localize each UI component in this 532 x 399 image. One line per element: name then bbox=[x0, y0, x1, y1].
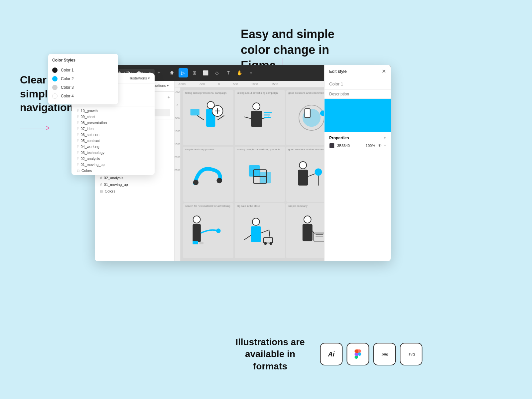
figma-icon-svg bbox=[353, 349, 362, 359]
illus-svg-6 bbox=[237, 155, 283, 194]
color-dot-2 bbox=[52, 76, 58, 81]
lp-layer-08-presentation[interactable]: #08_presentation bbox=[71, 120, 155, 126]
lp-layer-colors[interactable]: ⊡Colors bbox=[71, 168, 155, 174]
svg-point-57 bbox=[304, 216, 311, 223]
bottom-section: Illustrations are available in formats A… bbox=[227, 336, 422, 372]
svg-rect-6 bbox=[190, 109, 199, 115]
illus-cell-5: simple next step process bbox=[183, 147, 233, 202]
lp-illustrations-dropdown[interactable]: Illustrations ▾ bbox=[126, 73, 152, 83]
lp-layer-02-analysis[interactable]: #02_analysis bbox=[71, 156, 155, 162]
color-style-item-3[interactable]: Color 3 bbox=[52, 83, 114, 92]
format-png-icon: .png bbox=[373, 343, 396, 365]
svg-point-54 bbox=[269, 242, 272, 245]
style-description-input[interactable] bbox=[325, 90, 391, 99]
color-style-item-1[interactable]: Color 1 bbox=[52, 66, 114, 74]
svg-rect-10 bbox=[251, 111, 262, 127]
lp-layer-10-growth[interactable]: #10_growth bbox=[71, 108, 155, 114]
pen-tool[interactable]: ◇ bbox=[212, 68, 222, 77]
lp-layer-09-chart[interactable]: #09_chart bbox=[71, 114, 155, 120]
illus-svg-1 bbox=[186, 98, 231, 137]
illus-svg-2 bbox=[237, 98, 283, 137]
illus-svg-10 bbox=[237, 211, 283, 250]
lp-layers-list: #10_growth #09_chart #08_presentation #0… bbox=[71, 106, 155, 175]
color-styles-title: Color Styles bbox=[52, 58, 114, 63]
color-name-3: Color 3 bbox=[61, 85, 74, 90]
illus-cell-9: search for new material for advertising bbox=[183, 203, 233, 258]
hand-tool[interactable]: ✋ bbox=[235, 68, 244, 77]
color-hex-value: 3B3640 bbox=[337, 144, 363, 148]
eye-icon[interactable]: 👁 bbox=[378, 143, 382, 148]
properties-title: Properties bbox=[329, 136, 349, 140]
frame-tool[interactable]: ⊞ bbox=[190, 68, 199, 77]
svg-rect-50 bbox=[251, 226, 261, 242]
svg-rect-48 bbox=[193, 241, 198, 244]
svg-line-61 bbox=[312, 231, 314, 233]
color-dot-1 bbox=[52, 67, 58, 73]
svg-line-36 bbox=[308, 173, 316, 177]
lp-layer-04-working[interactable]: #04_working bbox=[71, 144, 155, 150]
svg-line-55 bbox=[244, 235, 251, 240]
edit-style-panel: Edit style ✕ Properties + 3B3640 100% 👁 … bbox=[324, 65, 391, 261]
color-name-1: Color 1 bbox=[61, 68, 74, 72]
style-name-input[interactable] bbox=[329, 81, 386, 86]
edit-style-name-input-wrapper bbox=[325, 78, 391, 90]
svg-line-4 bbox=[197, 115, 204, 120]
layer-02-analysis[interactable]: #02_analysis bbox=[95, 175, 174, 181]
color-property-row: 3B3640 100% 👁 − bbox=[329, 143, 386, 148]
ai-label: Ai bbox=[328, 350, 334, 358]
lp-layer-01-moving-up[interactable]: #01_moving_up bbox=[71, 162, 155, 168]
add-property-button[interactable]: + bbox=[384, 136, 386, 140]
illus-cell-10: big sale in the store bbox=[235, 203, 285, 258]
svg-point-28 bbox=[216, 178, 222, 183]
color-preview-swatch[interactable] bbox=[325, 99, 391, 132]
bottom-text: Illustrations are available in formats bbox=[227, 336, 313, 372]
color-dot-4 bbox=[52, 93, 58, 99]
svg-rect-30 bbox=[260, 172, 271, 183]
minus-icon[interactable]: − bbox=[384, 143, 386, 148]
lp-layer-03-technology[interactable]: #03_technology bbox=[71, 150, 155, 156]
svg-line-12 bbox=[244, 117, 251, 118]
layer-01-moving-up[interactable]: #01_moving_up bbox=[95, 181, 174, 188]
properties-section: Properties + 3B3640 100% 👁 − bbox=[325, 132, 391, 152]
format-ai-icon: Ai bbox=[320, 343, 342, 365]
color-styles-popup: Color Styles Color 1 Color 2 Color 3 Col… bbox=[48, 54, 118, 104]
png-label: .png bbox=[381, 352, 388, 356]
color-name-2: Color 2 bbox=[61, 76, 74, 81]
svg-rect-34 bbox=[298, 170, 308, 186]
add-tab-button[interactable]: + bbox=[157, 70, 160, 76]
add-page-button[interactable]: + bbox=[168, 94, 170, 100]
property-icons: 👁 − bbox=[378, 143, 386, 148]
color-opacity-value: 100% bbox=[366, 144, 375, 148]
svg-rect-19 bbox=[305, 109, 310, 118]
svg-rect-56 bbox=[302, 224, 312, 241]
svg-point-53 bbox=[264, 242, 267, 245]
svg-point-11 bbox=[253, 103, 260, 110]
lp-layer-07-idea[interactable]: #07_idea bbox=[71, 126, 155, 132]
properties-header: Properties + bbox=[329, 136, 386, 140]
lp-layer-06-solution[interactable]: #06_solution bbox=[71, 132, 155, 138]
edit-style-close-button[interactable]: ✕ bbox=[382, 68, 386, 74]
illus-svg-5 bbox=[186, 155, 231, 194]
home-tool[interactable] bbox=[167, 68, 177, 77]
lp-layer-05-contract[interactable]: #05_contract bbox=[71, 138, 155, 144]
comment-tool[interactable]: ○ bbox=[246, 68, 256, 77]
color-swatch[interactable] bbox=[329, 143, 334, 148]
color-name-4: Color 4 bbox=[61, 94, 74, 98]
svg-rect-49 bbox=[199, 242, 203, 244]
svg-point-47 bbox=[216, 228, 221, 233]
illus-cell-2: talking about advertising campaign bbox=[235, 90, 285, 145]
color-style-item-2[interactable]: Color 2 bbox=[52, 74, 114, 83]
frame-icon: ⊡ bbox=[100, 190, 103, 193]
format-figma-icon bbox=[346, 343, 369, 365]
format-svg-icon: .svg bbox=[400, 343, 422, 365]
hash-icon: # bbox=[100, 183, 102, 187]
edit-style-header: Edit style ✕ bbox=[325, 65, 391, 78]
color-style-item-4[interactable]: Color 4 bbox=[52, 92, 114, 100]
layer-colors[interactable]: ⊡Colors bbox=[95, 188, 174, 195]
text-tool[interactable]: T bbox=[224, 68, 233, 77]
svg-point-46 bbox=[193, 216, 200, 223]
select-tool[interactable]: ▷ bbox=[179, 68, 188, 77]
illus-cell-6: solving complex advertising products bbox=[235, 147, 285, 202]
svg-rect-45 bbox=[193, 224, 200, 242]
shape-tool[interactable]: ⬜ bbox=[201, 68, 210, 77]
